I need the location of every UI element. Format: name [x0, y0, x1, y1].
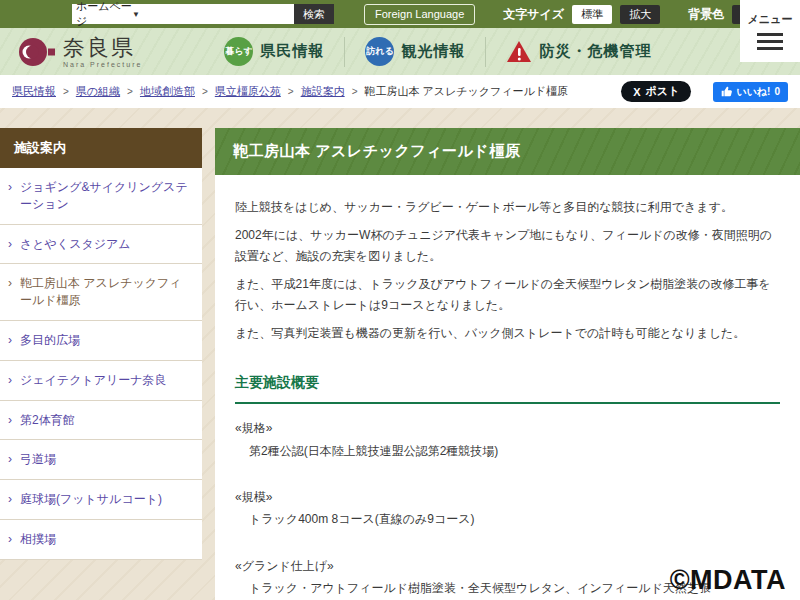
menu-label: メニュー [748, 12, 793, 27]
utility-bar: ホームページ ▼ 検索 Foreign Language 文字サイズ 標準 拡大… [0, 0, 800, 28]
sidebar-item-jogging-cycling-station[interactable]: › ジョギング&サイクリングステーション [0, 168, 202, 225]
like-count: 0 [774, 86, 780, 97]
mdata-watermark: ©MDATA [670, 565, 786, 596]
sidebar-item-label: 庭球場(フットサルコート) [20, 491, 162, 508]
menu-button[interactable]: メニュー [740, 0, 800, 62]
main-body: 陸上競技をはじめ、サッカー・ラグビー・ゲートボール等と多目的な競技に利用できます… [215, 175, 800, 600]
chevron-right-icon: › [8, 275, 12, 309]
sidebar-item-label: ジョギング&サイクリングステーション [20, 179, 192, 213]
breadcrumb-link[interactable]: 地域創造部 [140, 84, 195, 99]
site-header: 奈良県 Nara Prefecture 暮らす 県民情報 訪れる 観光情報 防災… [0, 28, 800, 75]
facebook-like-button[interactable]: いいね! 0 [713, 82, 788, 102]
post-label: ポスト [646, 84, 680, 99]
spec-value: 第2種公認(日本陸上競技連盟公認第2種競技場) [235, 441, 780, 461]
sidebar-item-label: ジェイテクトアリーナ奈良 [20, 372, 167, 389]
chevron-right-icon: › [8, 531, 12, 548]
breadcrumb-separator: > [127, 86, 133, 97]
nav-item-resident-info[interactable]: 暮らす 県民情報 [204, 37, 344, 66]
page-title: 鞄工房山本 アスレチックフィールド橿原 [215, 128, 800, 175]
sidebar: 施設案内 › ジョギング&サイクリングステーション › さとやくスタジアム › … [0, 128, 202, 560]
nav-label: 県民情報 [260, 42, 324, 61]
breadcrumb-current: 鞄工房山本 アスレチックフィールド橿原 [364, 84, 568, 99]
content-area: 施設案内 › ジョギング&サイクリングステーション › さとやくスタジアム › … [0, 128, 800, 600]
chevron-down-icon: ▼ [132, 10, 140, 19]
chevron-right-icon: › [8, 332, 12, 349]
font-size-large-button[interactable]: 拡大 [620, 5, 660, 24]
nav-label: 観光情報 [401, 42, 465, 61]
breadcrumb-bar: 県民情報 > 県の組織 > 地域創造部 > 県立橿原公苑 > 施設案内 > 鞄工… [0, 75, 800, 108]
site-name-en: Nara Prefecture [63, 61, 142, 68]
sidebar-item-satoyaku-stadium[interactable]: › さとやくスタジアム [0, 225, 202, 265]
breadcrumb-separator: > [352, 86, 358, 97]
chevron-right-icon: › [8, 412, 12, 429]
nara-logo-icon [18, 36, 56, 68]
chevron-right-icon: › [8, 179, 12, 213]
visit-badge-icon: 訪れる [365, 37, 394, 66]
search-scope-value: ホームページ [76, 0, 132, 29]
x-post-button[interactable]: X ポスト [621, 81, 691, 102]
search-button[interactable]: 検索 [294, 4, 334, 24]
breadcrumb-separator: > [288, 86, 294, 97]
spec-value: トラック400m 8コース(直線のみ9コース) [235, 509, 780, 529]
breadcrumb: 県民情報 > 県の組織 > 地域創造部 > 県立橿原公苑 > 施設案内 > 鞄工… [12, 84, 568, 99]
spec-scale: «規模» トラック400m 8コース(直線のみ9コース) [235, 487, 780, 530]
history-paragraph-2002: 2002年には、サッカーW杯のチュニジア代表キャンプ地にもなり、フィールドの改修… [235, 225, 780, 266]
chevron-right-icon: › [8, 451, 12, 468]
sidebar-item-label: 鞄工房山本 アスレチックフィールド橿原 [20, 275, 192, 309]
chevron-right-icon: › [8, 236, 12, 253]
sidebar-title: 施設案内 [0, 128, 202, 168]
sidebar-item-multipurpose-ground[interactable]: › 多目的広場 [0, 321, 202, 361]
breadcrumb-link[interactable]: 県民情報 [12, 84, 56, 99]
spec-standard: «規格» 第2種公認(日本陸上競技連盟公認第2種競技場) [235, 418, 780, 461]
spec-label: «規模» [235, 487, 780, 507]
sidebar-item-label: 相撲場 [20, 531, 56, 548]
sidebar-item-label: さとやくスタジアム [20, 236, 131, 253]
nav-item-disaster-management[interactable]: 防災・危機管理 [486, 40, 671, 64]
sidebar-item-jtekt-arena-nara[interactable]: › ジェイテクトアリーナ奈良 [0, 361, 202, 401]
sidebar-item-kyudo[interactable]: › 弓道場 [0, 440, 202, 480]
sidebar-item-label: 多目的広場 [20, 332, 80, 349]
font-size-label: 文字サイズ [503, 6, 564, 23]
history-paragraph-h21: また、平成21年度には、トラック及びアウトフィールドの全天候型ウレタン樹脂塗装の… [235, 274, 780, 315]
sidebar-list: › ジョギング&サイクリングステーション › さとやくスタジアム › 鞄工房山本… [0, 168, 202, 560]
main-panel: 鞄工房山本 アスレチックフィールド橿原 陸上競技をはじめ、サッカー・ラグビー・ゲ… [215, 128, 800, 600]
nav-label: 防災・危機管理 [539, 42, 651, 61]
bg-color-label: 背景色 [688, 6, 724, 23]
breadcrumb-separator: > [202, 86, 208, 97]
breadcrumb-link[interactable]: 県立橿原公苑 [215, 84, 281, 99]
nav-item-tourist-info[interactable]: 訪れる 観光情報 [345, 37, 485, 66]
section-heading-facility-overview: 主要施設概要 [235, 371, 780, 404]
share-buttons: X ポスト いいね! 0 [621, 81, 788, 102]
site-name: 奈良県 [63, 37, 142, 59]
nara-prefecture-logo[interactable]: 奈良県 Nara Prefecture [18, 36, 142, 68]
search-scope-select[interactable]: ホームページ ▼ [72, 4, 144, 24]
warning-triangle-icon [506, 40, 532, 64]
sidebar-item-label: 弓道場 [20, 451, 56, 468]
font-size-standard-button[interactable]: 標準 [572, 5, 612, 24]
sidebar-item-gym2[interactable]: › 第2体育館 [0, 401, 202, 441]
chevron-right-icon: › [8, 372, 12, 389]
like-label: いいね! [736, 85, 770, 99]
sidebar-item-athletic-field-kashihara[interactable]: › 鞄工房山本 アスレチックフィールド橿原 [0, 264, 202, 321]
x-logo-icon: X [633, 86, 640, 98]
chevron-right-icon: › [8, 491, 12, 508]
breadcrumb-link[interactable]: 県の組織 [76, 84, 120, 99]
sidebar-item-label: 第2体育館 [20, 412, 75, 429]
spec-label: «規格» [235, 418, 780, 438]
thumbs-up-icon [721, 86, 732, 97]
sidebar-item-tennis-futsal[interactable]: › 庭球場(フットサルコート) [0, 480, 202, 520]
live-badge-icon: 暮らす [224, 37, 253, 66]
breadcrumb-link[interactable]: 施設案内 [301, 84, 345, 99]
foreign-language-button[interactable]: Foreign Language [364, 4, 475, 25]
sidebar-item-sumo[interactable]: › 相撲場 [0, 520, 202, 560]
history-paragraph-timing: また、写真判定装置も機器の更新を行い、バック側ストレートでの計時も可能となりまし… [235, 323, 780, 343]
global-nav: 暮らす 県民情報 訪れる 観光情報 防災・危機管理 [204, 37, 671, 67]
search-input[interactable] [144, 4, 294, 24]
breadcrumb-separator: > [63, 86, 69, 97]
intro-paragraph: 陸上競技をはじめ、サッカー・ラグビー・ゲートボール等と多目的な競技に利用できます… [235, 197, 780, 217]
hamburger-icon [757, 33, 783, 36]
